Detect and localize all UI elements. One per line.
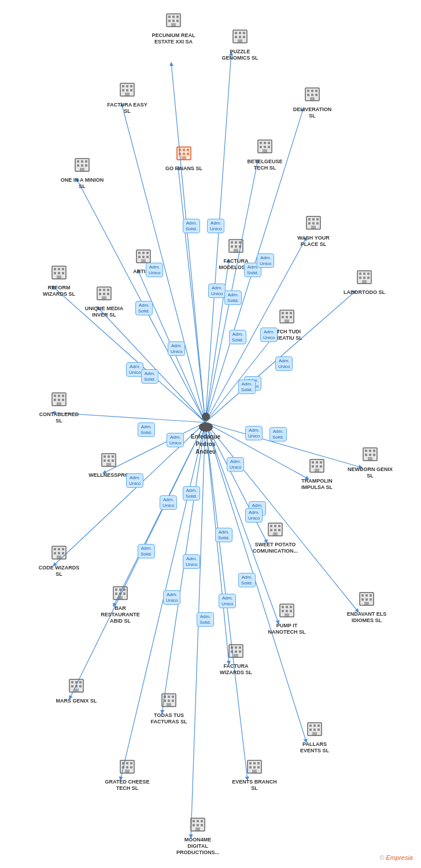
svg-rect-233 <box>282 606 284 608</box>
badge-0[interactable]: Adm. Solid. <box>183 219 200 233</box>
badge-14[interactable]: Adm. Solid. <box>141 369 158 384</box>
node-wash_your_place[interactable]: WASH YOUR PLACE SL <box>290 214 337 248</box>
badge-20[interactable]: Adm. Unico <box>227 457 244 472</box>
node-pecunium[interactable]: PECUNIUM REAL ESTATE XXI SA <box>150 12 197 45</box>
badge-17[interactable]: Adm. Unico <box>167 433 184 447</box>
node-label: PUMP IT NANOTECH SL <box>264 623 310 635</box>
node-wellnesspro[interactable]: WELLNESSPRO <box>86 451 132 479</box>
node-trampolin[interactable]: TRAMPOLIN IMPULSA SL <box>294 457 340 491</box>
node-label: FACTURA EASY SL <box>104 102 150 115</box>
badge-4[interactable]: Adm. Unico <box>208 284 226 298</box>
badge-16[interactable]: Adm. Solid. <box>138 422 155 437</box>
badge-27[interactable]: Adm. Solid. <box>138 544 155 558</box>
svg-rect-262 <box>172 696 174 698</box>
svg-rect-185 <box>368 457 372 461</box>
node-contablered[interactable]: CONTABLERED SL <box>36 391 82 424</box>
svg-rect-207 <box>58 548 60 550</box>
svg-line-30 <box>191 422 205 838</box>
node-bar_restaurante[interactable]: BAR RESTAURANTE ABID SL <box>97 584 143 624</box>
badge-10[interactable]: Adm. Unico <box>275 356 293 371</box>
svg-rect-46 <box>243 32 245 34</box>
badge-12[interactable]: Adm. Solid. <box>238 380 256 394</box>
node-events_branch[interactable]: EVENTS BRANCH SL <box>231 758 278 792</box>
svg-rect-121 <box>146 256 149 258</box>
node-grated_cheese[interactable]: GRATED CHEESE TECH SL <box>104 758 150 792</box>
svg-rect-119 <box>138 256 141 258</box>
badge-26[interactable]: Adm. Solid. <box>215 528 232 542</box>
node-reform_wizards[interactable]: REFORM WIZARDS SL <box>36 264 82 297</box>
node-factura_wizards[interactable]: FACTURA WIZARDS SL <box>213 642 259 676</box>
svg-rect-108 <box>235 241 237 244</box>
node-moon4me[interactable]: MOON4ME DIGITAL PRODUCTIONS... <box>175 816 221 855</box>
svg-rect-279 <box>126 762 128 764</box>
badge-32[interactable]: Adm. Solid. <box>197 612 214 627</box>
node-one_in_a_minion[interactable]: ONE IN A MINION SL <box>59 156 105 190</box>
node-todas_tus_facturas[interactable]: TODAS TUS FACTURAS SL <box>146 692 192 725</box>
badge-9[interactable]: Adm. Solid. <box>229 330 246 344</box>
node-label: REFORM WIZARDS SL <box>36 285 82 297</box>
badge-21[interactable]: Adm. Unico <box>126 473 143 488</box>
badge-28[interactable]: Adm. Unico <box>183 554 200 569</box>
node-puzzle[interactable]: PUZZLE GENOMICS SL <box>217 28 263 61</box>
badge-5[interactable]: Adm. Solid. <box>224 290 242 305</box>
svg-rect-76 <box>187 153 189 155</box>
svg-line-22 <box>205 422 359 612</box>
node-pallars_events[interactable]: PALLARS EVENTS SL <box>291 720 338 754</box>
node-code_wizards[interactable]: CODE WIZARDS SL <box>36 544 82 578</box>
svg-rect-256 <box>79 685 82 687</box>
svg-rect-239 <box>285 613 289 617</box>
badge-30[interactable]: Adm. Unico <box>163 590 180 605</box>
svg-rect-131 <box>362 280 367 284</box>
svg-rect-53 <box>122 85 124 87</box>
svg-rect-257 <box>74 689 79 692</box>
node-newborn_genix[interactable]: NEWBORN GENIX SL <box>347 446 393 479</box>
node-unique_media[interactable]: UNIQUE MEDIA INVER SL <box>81 285 127 318</box>
building-icon <box>358 590 375 610</box>
badge-1[interactable]: Adm. Unico <box>207 219 224 233</box>
badge-19[interactable]: Adm. Solid. <box>269 427 287 442</box>
badge-25[interactable]: Adm. Unico <box>245 508 263 523</box>
node-label: CONTABLERED SL <box>36 411 82 424</box>
badge-15[interactable]: Adm. Unico <box>168 341 185 356</box>
building-icon <box>119 81 136 101</box>
node-deliveration[interactable]: DELIVERATION SL <box>289 86 335 119</box>
svg-rect-99 <box>312 218 315 220</box>
badge-23[interactable]: Adm. Unico <box>160 495 177 510</box>
svg-rect-80 <box>260 142 262 144</box>
node-sweet_potato[interactable]: SWEET POTATO COMUNICATION... <box>252 521 298 554</box>
node-factura_easy[interactable]: FACTURA EASY SL <box>104 81 150 115</box>
node-mars_genix[interactable]: MARS GENIX SL <box>53 677 99 704</box>
svg-rect-255 <box>75 685 77 687</box>
svg-rect-74 <box>179 153 181 155</box>
svg-rect-251 <box>71 681 73 683</box>
node-pump_it[interactable]: PUMP IT NANOTECH SL <box>264 602 310 635</box>
node-label: WASH YOUR PLACE SL <box>290 235 337 248</box>
svg-rect-137 <box>99 293 101 295</box>
badge-6[interactable]: Adm. Unico <box>257 253 274 268</box>
node-labortodo[interactable]: LABORTODO SL <box>341 269 387 296</box>
badge-31[interactable]: Adm. Unico <box>219 594 236 608</box>
badge-7[interactable]: Adm. Solid. <box>135 301 153 315</box>
center-node[interactable]: Enfedaque Pedros Andreu <box>191 411 220 455</box>
node-go_finans[interactable]: GO FINANS SL <box>161 145 207 172</box>
building-icon <box>361 446 379 465</box>
svg-line-5 <box>178 167 205 422</box>
building-icon <box>227 237 245 257</box>
svg-rect-263 <box>164 700 166 702</box>
svg-rect-37 <box>176 16 179 18</box>
badge-18[interactable]: Adm. Unico <box>245 426 263 440</box>
badge-8[interactable]: Adm. Unico <box>260 328 278 342</box>
badge-29[interactable]: Adm. Solid. <box>238 573 256 587</box>
svg-rect-193 <box>320 465 322 468</box>
svg-rect-284 <box>125 770 130 773</box>
svg-rect-112 <box>239 245 241 248</box>
svg-rect-198 <box>274 525 276 527</box>
badge-2[interactable]: Adm. Unico <box>146 263 163 277</box>
node-endavant[interactable]: ENDAVANT ELS IDIOMES SL <box>344 590 390 624</box>
svg-rect-165 <box>58 399 60 401</box>
building-icon <box>227 642 245 662</box>
svg-rect-278 <box>122 762 124 764</box>
node-betelgeuse[interactable]: BETELGEUSE TECH SL <box>242 138 288 171</box>
svg-rect-172 <box>112 455 114 458</box>
badge-22[interactable]: Adm. Solid. <box>183 486 200 501</box>
